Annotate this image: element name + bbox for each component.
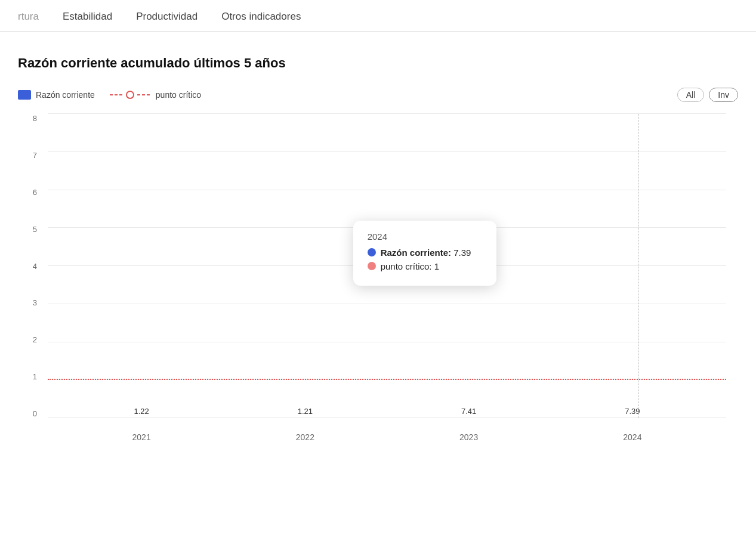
legend-dashes-left: [109, 94, 124, 95]
chart-inner: 1.221.217.417.39 2024 Razón corriente: 7…: [48, 114, 726, 418]
tab-productividad[interactable]: Productividad: [136, 11, 198, 31]
btn-all[interactable]: All: [677, 88, 705, 102]
y-label: 2: [33, 335, 37, 344]
legend-bar-rect: [18, 90, 31, 100]
bar-value-label: 7.39: [625, 407, 640, 416]
y-label: 1: [33, 372, 37, 381]
bar-value-label: 1.21: [298, 407, 313, 416]
y-label: 4: [33, 262, 37, 271]
bar-group: 1.22: [106, 407, 177, 418]
tab-estabilidad[interactable]: Estabilidad: [63, 11, 112, 31]
legend-buttons: All Inv: [677, 88, 738, 102]
y-axis: 012345678: [18, 114, 42, 418]
bar-group: 7.39: [597, 407, 668, 418]
x-axis: 2021202220232024: [48, 432, 726, 442]
bar-value-label: 1.22: [134, 407, 149, 416]
legend-dashes-right: [137, 94, 151, 95]
y-label: 6: [33, 188, 37, 197]
bars-container: 1.221.217.417.39: [48, 114, 726, 418]
bar-group: 1.21: [269, 407, 341, 418]
x-label: 2023: [433, 432, 505, 442]
legend-bar-label: Razón corriente: [36, 90, 95, 100]
y-label: 5: [33, 225, 37, 234]
legend-line-label: punto crítico: [156, 90, 201, 100]
legend-circle-icon: [126, 91, 134, 99]
chart-title: Razón corriente acumulado últimos 5 años: [18, 55, 738, 71]
chart-legend: Razón corriente punto crítico All Inv: [18, 88, 738, 102]
nav-tabs: rtura Estabilidad Productividad Otros in…: [0, 0, 756, 32]
bar-group: 7.41: [433, 407, 505, 418]
chart-wrapper: 012345678 1.221.217.417.39 2024: [18, 114, 738, 448]
x-label: 2024: [597, 432, 668, 442]
x-label: 2021: [106, 432, 177, 442]
chart-area: 012345678 1.221.217.417.39 2024: [18, 114, 738, 448]
chart-section: Razón corriente acumulado últimos 5 años…: [0, 32, 756, 466]
tab-rtura[interactable]: rtura: [18, 11, 39, 31]
btn-inv[interactable]: Inv: [709, 88, 738, 102]
legend-line-item: punto crítico: [109, 90, 201, 100]
y-label: 7: [33, 151, 37, 160]
legend-dotted-visual: [109, 91, 151, 99]
y-label: 8: [33, 114, 37, 123]
legend-bar-item: Razón corriente: [18, 90, 95, 100]
tab-otros[interactable]: Otros indicadores: [221, 11, 301, 31]
y-label: 0: [33, 409, 37, 418]
x-label: 2022: [269, 432, 341, 442]
y-label: 3: [33, 298, 37, 307]
bar-value-label: 7.41: [461, 407, 476, 416]
